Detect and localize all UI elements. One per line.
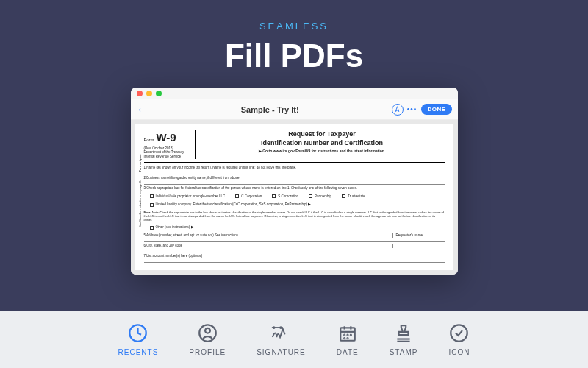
hero-section: SEAMLESS Fill PDFs	[0, 0, 588, 74]
form-line-6[interactable]: 6 City, state, and ZIP code	[144, 244, 393, 248]
svg-point-4	[273, 327, 275, 328]
nav-date[interactable]: DATE	[337, 323, 359, 356]
nav-label: STAMP	[390, 348, 418, 356]
user-icon	[197, 323, 218, 344]
pen-icon	[394, 106, 401, 113]
clock-icon	[128, 323, 148, 344]
svg-point-12	[351, 334, 351, 335]
form-title-line-2: Identification Number and Certification	[200, 139, 445, 148]
checkbox-partnership[interactable]: Partnership	[309, 194, 331, 199]
svg-point-17	[451, 325, 468, 342]
checkbox-c-corp[interactable]: C Corporation	[235, 194, 262, 199]
side-label-print: Print or type.	[138, 154, 142, 172]
checkbox-row-llc: Limited liability company. Enter the tax…	[144, 200, 445, 209]
svg-point-14	[347, 337, 348, 338]
checkbox-row-other: Other (see instructions) ▶	[144, 223, 445, 232]
nav-label: RECENTS	[118, 348, 159, 356]
minimize-icon[interactable]	[146, 91, 152, 96]
form-line-7[interactable]: 7 List account number(s) here (optional)	[144, 252, 445, 263]
form-note: Note: Note: Check the appropriate box in…	[144, 209, 445, 223]
checkbox-row-1: Individual/sole proprietor or single-mem…	[144, 192, 445, 201]
svg-point-11	[347, 334, 348, 335]
svg-point-2	[205, 328, 210, 333]
pdf-page[interactable]: Print or type. See Specific Instructions…	[135, 124, 453, 270]
side-label-instructions: See Specific Instructions on page 3.	[138, 180, 142, 227]
bottom-nav: RECENTS PROFILE SIGNATURE DATE STAMP ICO…	[0, 311, 588, 368]
stamp-icon	[393, 323, 414, 344]
nav-label: DATE	[337, 348, 359, 356]
form-dept-2: Internal Revenue Service	[144, 155, 192, 159]
nav-label: SIGNATURE	[257, 348, 306, 356]
eyebrow-text: SEAMLESS	[0, 21, 588, 32]
checkbox-individual[interactable]: Individual/sole proprietor or single-mem…	[150, 194, 226, 199]
nav-label: ICON	[448, 348, 470, 356]
more-button[interactable]: •••	[407, 105, 417, 113]
svg-point-5	[281, 327, 282, 328]
signature-icon	[270, 323, 291, 344]
form-line-5[interactable]: 5 Address (number, street, and apt. or s…	[144, 233, 393, 238]
form-word: Form	[144, 138, 154, 144]
document-viewport[interactable]: Print or type. See Specific Instructions…	[131, 120, 458, 275]
nav-profile[interactable]: PROFILE	[189, 323, 226, 356]
requester-field[interactable]: Requester's name	[393, 233, 445, 238]
checkbox-llc[interactable]: Limited liability company. Enter the tax…	[150, 202, 312, 207]
document-title: Sample - Try It!	[148, 105, 392, 114]
form-line-1[interactable]: 1 Name (as shown on your income tax retu…	[144, 164, 445, 174]
form-line-2[interactable]: 2 Business name/disregarded entity name,…	[144, 174, 445, 185]
back-button[interactable]: ←	[137, 103, 148, 116]
toolbar: ← Sample - Try It! ••• DONE	[131, 99, 458, 120]
form-header: Form W-9 (Rev. October 2018) Department …	[144, 130, 445, 163]
check-circle-icon	[449, 323, 470, 344]
nav-label: PROFILE	[189, 348, 226, 356]
form-line-3: 3 Check appropriate box for federal tax …	[144, 185, 445, 192]
headline-text: Fill PDFs	[0, 38, 588, 74]
form-go-link: ▶ Go to www.irs.gov/FormW9 for instructi…	[200, 149, 445, 154]
done-button[interactable]: DONE	[421, 104, 451, 115]
svg-point-10	[344, 334, 345, 335]
checkbox-s-corp[interactable]: S Corporation	[272, 194, 298, 199]
nav-stamp[interactable]: STAMP	[390, 323, 418, 356]
maximize-icon[interactable]	[156, 91, 162, 96]
nav-icon[interactable]: ICON	[448, 323, 470, 356]
checkbox-other[interactable]: Other (see instructions) ▶	[150, 225, 194, 230]
annotate-button[interactable]	[392, 104, 404, 116]
app-window: ← Sample - Try It! ••• DONE Print or typ…	[131, 88, 458, 275]
nav-signature[interactable]: SIGNATURE	[257, 323, 306, 356]
form-title-line-1: Request for Taxpayer	[200, 130, 445, 139]
svg-point-13	[344, 337, 345, 338]
nav-recents[interactable]: RECENTS	[118, 323, 159, 356]
calendar-icon	[337, 323, 358, 344]
form-code: W-9	[157, 130, 176, 145]
close-icon[interactable]	[137, 91, 143, 96]
checkbox-trust[interactable]: Trust/estate	[342, 194, 365, 199]
window-titlebar	[131, 88, 458, 99]
